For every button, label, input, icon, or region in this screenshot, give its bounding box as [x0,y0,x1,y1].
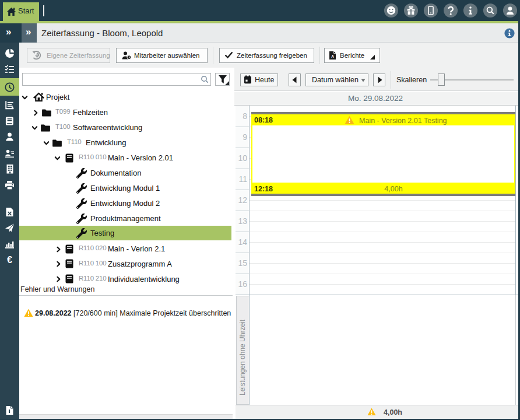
svg-text:A: A [331,54,334,58]
